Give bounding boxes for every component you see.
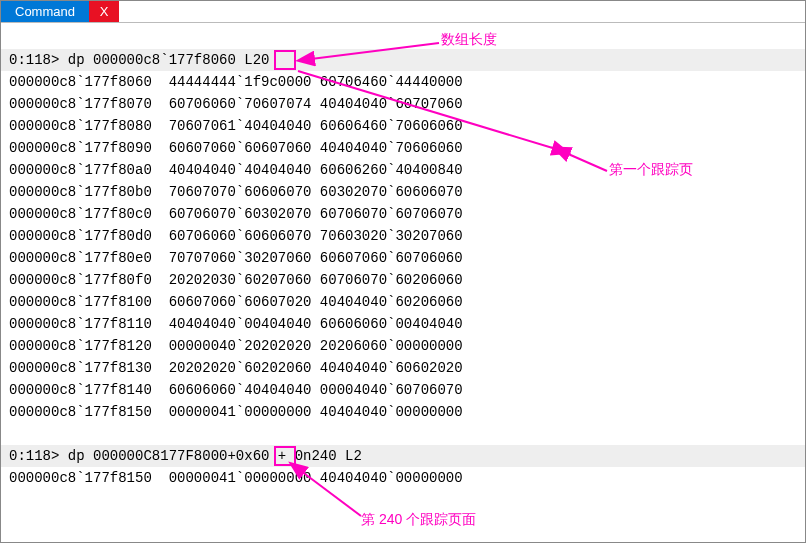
annotation-first-track-page: 第一个跟踪页 [609,161,693,179]
dump-row: 000000c8`177f8060 44444444`1f9c0000 6070… [9,71,797,93]
dump-row: 000000c8`177f8090 60607060`60607060 4040… [9,137,797,159]
window-tab[interactable]: Command [1,1,89,22]
dump-row: 000000c8`177f8120 00000040`20202020 2020… [9,335,797,357]
dump-row: 000000c8`177f80f0 20202030`60207060 6070… [9,269,797,291]
dump-row: 000000c8`177f8110 40404040`00404040 6060… [9,313,797,335]
dump-row: 000000c8`177f8100 60607060`60607020 4040… [9,291,797,313]
command-line-2: 0:118> dp 000000C8177F8000+0x60 + 0n240 … [1,445,805,467]
dump-row: 000000c8`177f8130 20202020`60202060 4040… [9,357,797,379]
command-output[interactable]: 0:118> dp 000000c8`177f8060 L20 000000c8… [1,23,805,515]
annotation-array-length: 数组长度 [441,31,497,49]
close-icon: X [100,4,109,19]
dump-row: 000000c8`177f80c0 60706070`60302070 6070… [9,203,797,225]
dump-row: 000000c8`177f80d0 60706060`60606070 7060… [9,225,797,247]
dump-row: 000000c8`177f80b0 70607070`60606070 6030… [9,181,797,203]
title-bar: Command X [1,1,805,23]
dump-row: 000000c8`177f8080 70607061`40404040 6060… [9,115,797,137]
annotation-page-240: 第 240 个跟踪页面 [361,511,476,529]
memory-dump-1: 000000c8`177f8060 44444444`1f9c0000 6070… [9,71,797,423]
window-title: Command [15,4,75,19]
dump-row: 000000c8`177f8150 00000041`00000000 4040… [9,401,797,423]
command-line-1: 0:118> dp 000000c8`177f8060 L20 [1,49,805,71]
memory-dump-2: 000000c8`177f8150 00000041`00000000 4040… [9,467,797,489]
dump-row: 000000c8`177f8070 60706060`70607074 4040… [9,93,797,115]
close-button[interactable]: X [89,1,119,22]
dump-row: 000000c8`177f8150 00000041`00000000 4040… [9,467,797,489]
dump-row: 000000c8`177f8140 60606060`40404040 0000… [9,379,797,401]
dump-row: 000000c8`177f80e0 70707060`30207060 6060… [9,247,797,269]
